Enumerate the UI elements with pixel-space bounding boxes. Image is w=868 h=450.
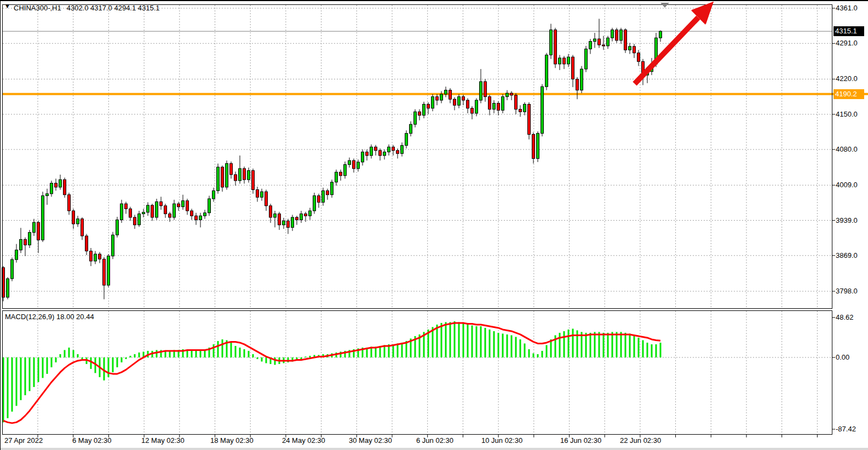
candle-body xyxy=(169,214,171,217)
candle-body xyxy=(598,39,601,45)
candle-body xyxy=(134,217,136,225)
candle-body xyxy=(418,112,421,115)
price-axis-label: 4291.0 xyxy=(836,39,858,47)
time-axis-label: 22 Jun 02:30 xyxy=(620,437,661,445)
chart-canvas[interactable] xyxy=(1,1,868,450)
candle-body xyxy=(256,190,259,198)
candle-body xyxy=(493,103,496,109)
candle-body xyxy=(629,47,631,50)
candle-body xyxy=(59,180,62,187)
macd-histogram-bar xyxy=(498,333,499,357)
candle-body xyxy=(572,57,574,79)
price-tag: 4315.1 xyxy=(833,26,864,36)
macd-histogram-bar xyxy=(38,357,39,382)
candle-body xyxy=(318,196,320,203)
candle-body xyxy=(607,38,610,46)
candle-body xyxy=(313,196,316,211)
macd-histogram-bar xyxy=(577,330,578,357)
candle-body xyxy=(173,204,176,217)
price-axis-label: 3798.0 xyxy=(836,287,858,295)
macd-histogram-bar xyxy=(104,357,105,380)
candle-body xyxy=(204,213,206,216)
macd-histogram-bar xyxy=(585,333,587,357)
candle-body xyxy=(120,204,123,220)
candle-body xyxy=(388,147,390,152)
macd-histogram-bar xyxy=(20,357,22,400)
candle-body xyxy=(440,94,443,100)
price-axis-label: 3939.0 xyxy=(836,217,858,224)
candle-body xyxy=(164,206,167,214)
candle-body xyxy=(64,180,66,195)
candle-body xyxy=(519,109,522,112)
candle-body xyxy=(488,97,491,109)
candle-body xyxy=(252,171,255,190)
window-bottom-edge xyxy=(1,448,868,450)
candle-body xyxy=(506,93,509,96)
candle-body xyxy=(449,90,452,100)
candle-body xyxy=(125,204,128,209)
candle-body xyxy=(427,104,430,108)
macd-histogram-bar xyxy=(537,354,539,357)
candle-body xyxy=(458,97,461,106)
candle-body xyxy=(112,235,114,256)
candle-body xyxy=(659,31,662,38)
candle-body xyxy=(414,112,417,124)
candle-body xyxy=(335,172,338,182)
macd-histogram-bar xyxy=(217,341,219,357)
candle-body xyxy=(212,191,215,199)
macd-histogram-bar xyxy=(607,333,609,357)
macd-histogram-bar xyxy=(546,345,548,357)
candle-body xyxy=(541,86,544,133)
candle-body xyxy=(221,167,224,187)
price-axis-label: 4080.0 xyxy=(836,146,858,153)
candle-body xyxy=(142,212,145,214)
candle-body xyxy=(42,196,44,240)
macd-histogram-bar xyxy=(231,343,232,357)
candle-body xyxy=(528,104,531,134)
chart-shift-marker-icon[interactable] xyxy=(660,3,669,8)
main-panel-frame xyxy=(3,5,832,309)
trend-arrow-shaft[interactable] xyxy=(635,18,698,84)
time-axis-label: 16 Jun 02:30 xyxy=(560,437,601,445)
time-axis-label: 24 May 02:30 xyxy=(282,437,325,445)
candle-body xyxy=(602,45,605,46)
candle-body xyxy=(396,151,399,154)
candle-body xyxy=(322,191,325,202)
candle-body xyxy=(563,58,566,64)
macd-histogram-bar xyxy=(590,333,591,357)
macd-histogram-bar xyxy=(656,344,657,357)
macd-histogram-bar xyxy=(274,357,276,365)
macd-histogram-bar xyxy=(616,332,618,357)
candle-body xyxy=(392,147,395,150)
candle-body xyxy=(147,205,150,212)
candle-body xyxy=(20,239,22,250)
time-axis-label: 6 May 02:30 xyxy=(72,437,112,445)
candle-body xyxy=(405,134,408,146)
candle-body xyxy=(116,220,119,235)
price-axis-label: 4150.0 xyxy=(836,111,858,118)
candle-body xyxy=(248,171,250,180)
candle-body xyxy=(138,214,141,225)
candle-body xyxy=(589,42,592,49)
macd-histogram-bar xyxy=(244,349,245,357)
candle-body xyxy=(524,104,526,112)
candle-body xyxy=(410,124,412,134)
candle-body xyxy=(15,250,18,259)
candle-body xyxy=(616,30,618,40)
candle-body xyxy=(287,221,290,227)
macd-histogram-bar xyxy=(594,332,596,357)
candle-body xyxy=(195,216,198,220)
macd-histogram-bar xyxy=(235,346,237,357)
candle-body xyxy=(515,95,518,109)
candle-body xyxy=(340,172,342,175)
candle-body xyxy=(68,195,71,211)
candle-body xyxy=(129,209,132,217)
time-axis-label: 18 May 02:30 xyxy=(210,437,254,445)
macd-histogram-bar xyxy=(248,351,250,357)
symbol-dropdown-icon[interactable]: ▼ xyxy=(4,3,10,9)
candle-body xyxy=(11,259,14,279)
candle-body xyxy=(637,53,640,62)
candle-body xyxy=(554,30,557,64)
macd-histogram-bar xyxy=(90,357,92,369)
candle-body xyxy=(55,183,58,187)
